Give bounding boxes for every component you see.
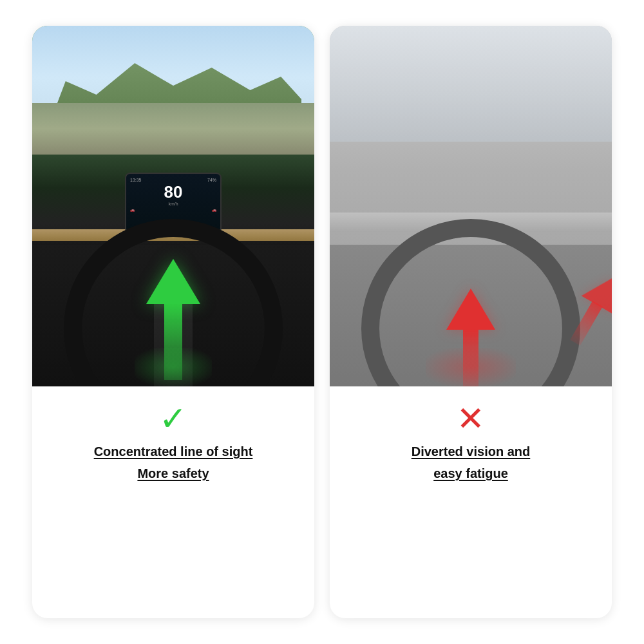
dash-battery: 74% <box>207 178 216 182</box>
cross-icon: ✕ <box>457 402 485 435</box>
left-card-image: 13:35 74% 80 km/h 🚗 🚗 <box>32 26 314 386</box>
comparison-container: 13:35 74% 80 km/h 🚗 🚗 <box>32 26 612 618</box>
green-arrow-head <box>146 259 200 304</box>
dash-bottom-row: 🚗 🚗 <box>130 207 216 212</box>
dash-car-2: 🚗 <box>212 207 216 212</box>
left-card-text: ✓ Concentrated line of sight More safety <box>32 386 314 618</box>
red-arrow-body-center <box>463 328 478 386</box>
green-arrow-shape <box>146 259 200 380</box>
right-windshield <box>330 26 612 142</box>
left-card: 13:35 74% 80 km/h 🚗 🚗 <box>32 26 314 618</box>
red-arrow-body-right <box>570 301 603 346</box>
red-arrow-center <box>446 289 495 386</box>
right-card-image <box>330 26 612 386</box>
left-road <box>32 103 314 155</box>
check-icon: ✓ <box>159 402 187 435</box>
right-card-text: ✕ Diverted vision and easy fatigue <box>330 386 612 618</box>
left-label-sub: More safety <box>137 465 209 482</box>
right-label-main: Diverted vision and <box>412 443 531 460</box>
right-label-sub: easy fatigue <box>433 465 508 482</box>
dash-top-row: 13:35 74% <box>130 178 216 182</box>
left-label-main: Concentrated line of sight <box>94 443 253 460</box>
green-arrow-body <box>164 303 182 380</box>
dash-unit: km/h <box>130 202 216 206</box>
dash-time: 13:35 <box>130 178 142 182</box>
dash-speed: 80 <box>130 184 216 200</box>
red-arrow-head-center <box>446 289 495 330</box>
green-arrow <box>146 259 200 380</box>
right-card: ✕ Diverted vision and easy fatigue <box>330 26 612 618</box>
dash-car-1: 🚗 <box>130 207 135 212</box>
